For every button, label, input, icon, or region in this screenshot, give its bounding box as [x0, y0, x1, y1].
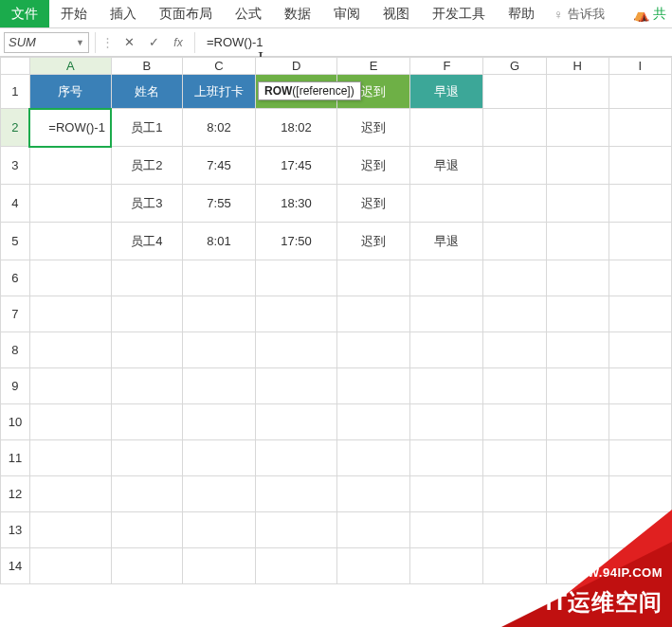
col-header-D[interactable]: D — [256, 58, 337, 75]
cell[interactable] — [483, 476, 546, 512]
cell-F2[interactable] — [410, 109, 483, 147]
cell[interactable] — [256, 512, 337, 548]
col-header-E[interactable]: E — [337, 58, 410, 75]
cell[interactable] — [608, 440, 671, 476]
cell-I1[interactable] — [608, 75, 671, 109]
cell[interactable] — [29, 332, 111, 368]
formula-input[interactable]: =ROW()-1 I — [201, 32, 668, 53]
cell[interactable] — [483, 440, 546, 476]
cell-C2[interactable]: 8:02 — [182, 109, 255, 147]
cell[interactable] — [608, 512, 671, 548]
row-header-5[interactable]: 5 — [1, 223, 30, 260]
cell-I5[interactable] — [608, 223, 671, 260]
cell[interactable] — [410, 332, 483, 368]
cell[interactable] — [337, 476, 410, 512]
cell-G4[interactable] — [483, 185, 546, 223]
cell[interactable] — [29, 404, 111, 440]
cell[interactable] — [29, 368, 111, 404]
col-header-A[interactable]: A — [29, 58, 111, 75]
cell-A1[interactable]: 序号 — [29, 75, 111, 109]
col-header-I[interactable]: I — [608, 58, 671, 75]
cell[interactable] — [29, 548, 111, 584]
cell-F3[interactable]: 早退 — [410, 147, 483, 185]
cell[interactable] — [111, 440, 182, 476]
name-box[interactable]: SUM ▼ — [4, 32, 89, 53]
cell-A5[interactable] — [29, 223, 111, 260]
tab-pagelayout[interactable]: 页面布局 — [148, 0, 224, 27]
cell[interactable] — [111, 332, 182, 368]
cell[interactable] — [483, 512, 546, 548]
cell-G1[interactable] — [483, 75, 546, 109]
cancel-formula-button[interactable]: ✕ — [118, 32, 139, 53]
cell[interactable] — [182, 404, 255, 440]
row-header-9[interactable]: 9 — [1, 368, 30, 404]
cell[interactable] — [410, 548, 483, 584]
cell[interactable] — [111, 512, 182, 548]
cell-I2[interactable] — [608, 109, 671, 147]
cell[interactable] — [111, 296, 182, 332]
cell-A2[interactable]: =ROW()-1 — [29, 109, 111, 147]
cell[interactable] — [337, 440, 410, 476]
cell[interactable] — [256, 548, 337, 584]
cell[interactable] — [483, 404, 546, 440]
cell-B3[interactable]: 员工2 — [111, 147, 182, 185]
cell-D2[interactable]: 18:02 — [256, 109, 337, 147]
cell[interactable] — [546, 260, 608, 296]
row-header-6[interactable]: 6 — [1, 260, 30, 296]
cell[interactable] — [29, 476, 111, 512]
row-header-7[interactable]: 7 — [1, 296, 30, 332]
cell[interactable] — [546, 440, 608, 476]
cell[interactable] — [608, 332, 671, 368]
tab-data[interactable]: 数据 — [273, 0, 322, 27]
cell[interactable] — [29, 440, 111, 476]
tab-formulas[interactable]: 公式 — [224, 0, 273, 27]
cell[interactable] — [546, 512, 608, 548]
row-header-4[interactable]: 4 — [1, 185, 30, 223]
cell[interactable] — [546, 548, 608, 584]
cell[interactable] — [111, 476, 182, 512]
tab-view[interactable]: 视图 — [372, 0, 421, 27]
cell[interactable] — [608, 260, 671, 296]
cell[interactable] — [29, 296, 111, 332]
cell[interactable] — [410, 512, 483, 548]
cell[interactable] — [337, 296, 410, 332]
cell-C5[interactable]: 8:01 — [182, 223, 255, 260]
cell[interactable] — [337, 260, 410, 296]
cell-A3[interactable] — [29, 147, 111, 185]
cell-B5[interactable]: 员工4 — [111, 223, 182, 260]
cell-B4[interactable]: 员工3 — [111, 185, 182, 223]
cell-E2[interactable]: 迟到 — [337, 109, 410, 147]
cell[interactable] — [546, 296, 608, 332]
cell[interactable] — [337, 404, 410, 440]
cell-C3[interactable]: 7:45 — [182, 147, 255, 185]
file-tab[interactable]: 文件 — [0, 0, 49, 27]
cell[interactable] — [182, 548, 255, 584]
cell[interactable] — [483, 296, 546, 332]
cell[interactable] — [410, 440, 483, 476]
cell-G3[interactable] — [483, 147, 546, 185]
tab-help[interactable]: 帮助 — [497, 0, 546, 27]
cell-D4[interactable]: 18:30 — [256, 185, 337, 223]
cell-A4[interactable] — [29, 185, 111, 223]
tab-home[interactable]: 开始 — [49, 0, 99, 27]
cell-H2[interactable] — [546, 109, 608, 147]
cell[interactable] — [483, 260, 546, 296]
cell[interactable] — [111, 260, 182, 296]
cell-G2[interactable] — [483, 109, 546, 147]
cell[interactable] — [546, 404, 608, 440]
cell[interactable] — [256, 332, 337, 368]
row-header-10[interactable]: 10 — [1, 404, 30, 440]
chevron-down-icon[interactable]: ▼ — [76, 38, 84, 47]
cell-E3[interactable]: 迟到 — [337, 147, 410, 185]
col-header-G[interactable]: G — [483, 58, 546, 75]
cell[interactable] — [608, 404, 671, 440]
col-header-B[interactable]: B — [111, 58, 182, 75]
cell[interactable] — [182, 440, 255, 476]
cell[interactable] — [182, 260, 255, 296]
col-header-F[interactable]: F — [410, 58, 483, 75]
cell[interactable] — [182, 368, 255, 404]
col-header-C[interactable]: C — [182, 58, 255, 75]
cell[interactable] — [256, 260, 337, 296]
cell[interactable] — [182, 332, 255, 368]
row-header-1[interactable]: 1 — [1, 75, 30, 109]
